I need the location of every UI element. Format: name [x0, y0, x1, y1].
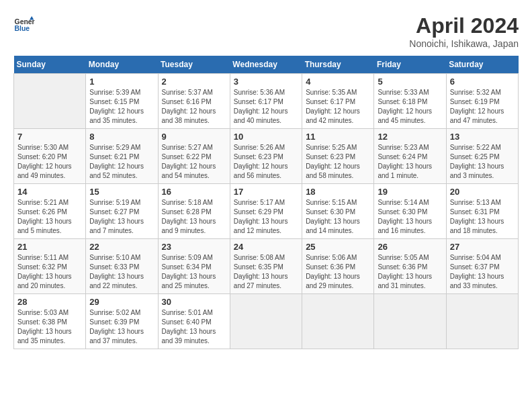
calendar-cell: [302, 294, 374, 349]
calendar-cell: [374, 294, 446, 349]
day-info: Sunrise: 5:25 AM Sunset: 6:23 PM Dayligh…: [306, 143, 370, 181]
day-info: Sunrise: 5:14 AM Sunset: 6:30 PM Dayligh…: [378, 198, 442, 236]
day-number: 28: [17, 297, 82, 307]
day-info: Sunrise: 5:01 AM Sunset: 6:40 PM Dayligh…: [162, 308, 226, 346]
day-info: Sunrise: 5:27 AM Sunset: 6:22 PM Dayligh…: [162, 143, 226, 181]
day-number: 6: [450, 77, 515, 87]
day-number: 11: [306, 132, 370, 142]
weekday-header-sunday: Sunday: [14, 56, 86, 74]
day-info: Sunrise: 5:35 AM Sunset: 6:17 PM Dayligh…: [306, 88, 370, 126]
day-number: 20: [450, 187, 515, 197]
calendar-header: SundayMondayTuesdayWednesdayThursdayFrid…: [14, 56, 519, 74]
calendar-cell: [14, 74, 86, 129]
day-info: Sunrise: 5:33 AM Sunset: 6:18 PM Dayligh…: [378, 88, 442, 126]
calendar-cell: 18Sunrise: 5:15 AM Sunset: 6:30 PM Dayli…: [302, 184, 374, 239]
calendar-cell: 17Sunrise: 5:17 AM Sunset: 6:29 PM Dayli…: [230, 184, 302, 239]
day-number: 8: [89, 132, 154, 142]
day-number: 1: [89, 77, 154, 87]
day-info: Sunrise: 5:23 AM Sunset: 6:24 PM Dayligh…: [378, 143, 442, 181]
calendar-cell: 5Sunrise: 5:33 AM Sunset: 6:18 PM Daylig…: [374, 74, 446, 129]
calendar-cell: 21Sunrise: 5:11 AM Sunset: 6:32 PM Dayli…: [14, 239, 86, 294]
day-info: Sunrise: 5:21 AM Sunset: 6:26 PM Dayligh…: [17, 198, 82, 236]
calendar-cell: 15Sunrise: 5:19 AM Sunset: 6:27 PM Dayli…: [86, 184, 158, 239]
calendar-cell: 29Sunrise: 5:02 AM Sunset: 6:39 PM Dayli…: [86, 294, 158, 349]
day-info: Sunrise: 5:10 AM Sunset: 6:33 PM Dayligh…: [89, 253, 154, 291]
day-number: 4: [306, 77, 370, 87]
week-row-3: 14Sunrise: 5:21 AM Sunset: 6:26 PM Dayli…: [14, 184, 519, 239]
day-info: Sunrise: 5:29 AM Sunset: 6:21 PM Dayligh…: [89, 143, 154, 181]
day-info: Sunrise: 5:22 AM Sunset: 6:25 PM Dayligh…: [450, 143, 515, 181]
calendar-cell: 11Sunrise: 5:25 AM Sunset: 6:23 PM Dayli…: [302, 129, 374, 184]
calendar-cell: 23Sunrise: 5:09 AM Sunset: 6:34 PM Dayli…: [158, 239, 230, 294]
weekday-header-friday: Friday: [374, 56, 446, 74]
day-number: 2: [162, 77, 226, 87]
calendar-body: 1Sunrise: 5:39 AM Sunset: 6:15 PM Daylig…: [14, 74, 519, 349]
calendar-cell: 2Sunrise: 5:37 AM Sunset: 6:16 PM Daylig…: [158, 74, 230, 129]
day-number: 18: [306, 187, 370, 197]
day-number: 26: [378, 242, 442, 252]
weekday-header-thursday: Thursday: [302, 56, 374, 74]
week-row-1: 1Sunrise: 5:39 AM Sunset: 6:15 PM Daylig…: [14, 74, 519, 129]
calendar-cell: 8Sunrise: 5:29 AM Sunset: 6:21 PM Daylig…: [86, 129, 158, 184]
calendar-cell: 22Sunrise: 5:10 AM Sunset: 6:33 PM Dayli…: [86, 239, 158, 294]
title-block: April 2024 Nonoichi, Ishikawa, Japan: [409, 13, 519, 49]
day-number: 19: [378, 187, 442, 197]
day-number: 15: [89, 187, 154, 197]
day-number: 10: [234, 132, 298, 142]
calendar-cell: 12Sunrise: 5:23 AM Sunset: 6:24 PM Dayli…: [374, 129, 446, 184]
day-info: Sunrise: 5:32 AM Sunset: 6:19 PM Dayligh…: [450, 88, 515, 126]
calendar-table: SundayMondayTuesdayWednesdayThursdayFrid…: [13, 56, 519, 349]
day-info: Sunrise: 5:19 AM Sunset: 6:27 PM Dayligh…: [89, 198, 154, 236]
calendar-cell: 19Sunrise: 5:14 AM Sunset: 6:30 PM Dayli…: [374, 184, 446, 239]
calendar-cell: [230, 294, 302, 349]
logo-icon: General Blue: [13, 13, 35, 35]
day-info: Sunrise: 5:08 AM Sunset: 6:35 PM Dayligh…: [234, 253, 298, 291]
week-row-5: 28Sunrise: 5:03 AM Sunset: 6:38 PM Dayli…: [14, 294, 519, 349]
calendar-cell: 14Sunrise: 5:21 AM Sunset: 6:26 PM Dayli…: [14, 184, 86, 239]
day-number: 17: [234, 187, 298, 197]
calendar-cell: 28Sunrise: 5:03 AM Sunset: 6:38 PM Dayli…: [14, 294, 86, 349]
calendar-cell: 6Sunrise: 5:32 AM Sunset: 6:19 PM Daylig…: [446, 74, 518, 129]
calendar-cell: 20Sunrise: 5:13 AM Sunset: 6:31 PM Dayli…: [446, 184, 518, 239]
calendar-cell: 13Sunrise: 5:22 AM Sunset: 6:25 PM Dayli…: [446, 129, 518, 184]
day-info: Sunrise: 5:04 AM Sunset: 6:37 PM Dayligh…: [450, 253, 515, 291]
day-info: Sunrise: 5:37 AM Sunset: 6:16 PM Dayligh…: [162, 88, 226, 126]
svg-text:Blue: Blue: [15, 25, 30, 32]
day-number: 7: [17, 132, 82, 142]
day-info: Sunrise: 5:18 AM Sunset: 6:28 PM Dayligh…: [162, 198, 226, 236]
day-info: Sunrise: 5:30 AM Sunset: 6:20 PM Dayligh…: [17, 143, 82, 181]
day-info: Sunrise: 5:09 AM Sunset: 6:34 PM Dayligh…: [162, 253, 226, 291]
calendar-cell: 30Sunrise: 5:01 AM Sunset: 6:40 PM Dayli…: [158, 294, 230, 349]
calendar-cell: 26Sunrise: 5:05 AM Sunset: 6:36 PM Dayli…: [374, 239, 446, 294]
logo: General Blue: [13, 13, 35, 35]
day-number: 13: [450, 132, 515, 142]
day-number: 24: [234, 242, 298, 252]
calendar-cell: 1Sunrise: 5:39 AM Sunset: 6:15 PM Daylig…: [86, 74, 158, 129]
calendar-cell: 16Sunrise: 5:18 AM Sunset: 6:28 PM Dayli…: [158, 184, 230, 239]
day-info: Sunrise: 5:26 AM Sunset: 6:23 PM Dayligh…: [234, 143, 298, 181]
day-number: 23: [162, 242, 226, 252]
day-info: Sunrise: 5:39 AM Sunset: 6:15 PM Dayligh…: [89, 88, 154, 126]
day-info: Sunrise: 5:06 AM Sunset: 6:36 PM Dayligh…: [306, 253, 370, 291]
day-number: 21: [17, 242, 82, 252]
day-info: Sunrise: 5:17 AM Sunset: 6:29 PM Dayligh…: [234, 198, 298, 236]
day-number: 29: [89, 297, 154, 307]
calendar-cell: 9Sunrise: 5:27 AM Sunset: 6:22 PM Daylig…: [158, 129, 230, 184]
weekday-header-saturday: Saturday: [446, 56, 518, 74]
day-info: Sunrise: 5:36 AM Sunset: 6:17 PM Dayligh…: [234, 88, 298, 126]
day-info: Sunrise: 5:13 AM Sunset: 6:31 PM Dayligh…: [450, 198, 515, 236]
month-year-title: April 2024: [409, 13, 519, 38]
day-info: Sunrise: 5:02 AM Sunset: 6:39 PM Dayligh…: [89, 308, 154, 346]
day-number: 14: [17, 187, 82, 197]
day-number: 5: [378, 77, 442, 87]
day-number: 25: [306, 242, 370, 252]
day-info: Sunrise: 5:05 AM Sunset: 6:36 PM Dayligh…: [378, 253, 442, 291]
week-row-4: 21Sunrise: 5:11 AM Sunset: 6:32 PM Dayli…: [14, 239, 519, 294]
calendar-cell: 24Sunrise: 5:08 AM Sunset: 6:35 PM Dayli…: [230, 239, 302, 294]
day-number: 9: [162, 132, 226, 142]
calendar-cell: 7Sunrise: 5:30 AM Sunset: 6:20 PM Daylig…: [14, 129, 86, 184]
calendar-cell: 4Sunrise: 5:35 AM Sunset: 6:17 PM Daylig…: [302, 74, 374, 129]
location-subtitle: Nonoichi, Ishikawa, Japan: [409, 38, 519, 49]
day-number: 3: [234, 77, 298, 87]
weekday-header-tuesday: Tuesday: [158, 56, 230, 74]
